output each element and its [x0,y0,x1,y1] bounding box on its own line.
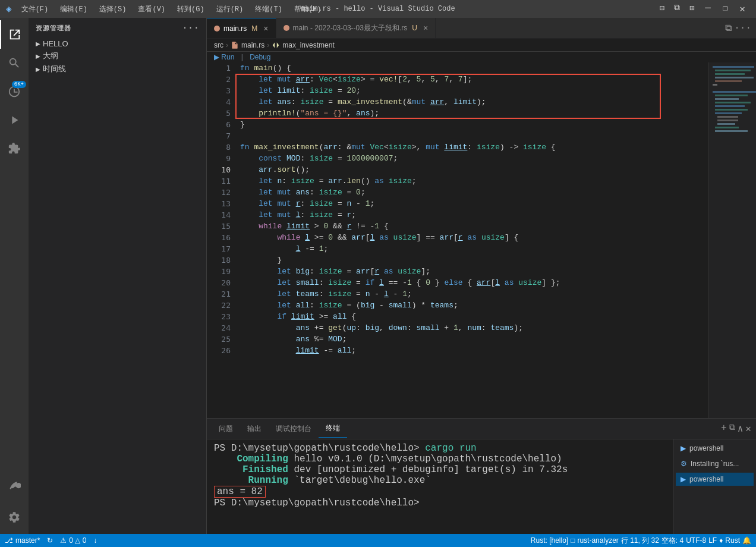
layout-icon[interactable]: ⊟ [656,2,667,16]
status-language[interactable]: Rust [725,536,740,545]
code-line-19[interactable]: let big: isize = arr[r as usize]; [240,266,708,277]
code-line-1[interactable]: fn main() { [240,62,708,74]
tree-item-outline[interactable]: ▶ 大纲 [29,49,206,62]
activity-run[interactable] [0,106,29,134]
panel-right-powershell-2[interactable]: ▶ powershell [676,473,754,486]
panel-tab-terminal[interactable]: 终端 [319,420,347,438]
tree-label-outline: 大纲 [43,51,58,61]
code-line-24[interactable]: ans += get(up: big, down: small + 1, num… [240,322,708,334]
more-actions-icon[interactable]: ··· [734,23,751,33]
split-editor-icon[interactable]: ⧉ [725,23,732,34]
status-errors[interactable]: ⚠ 0 △ 0 [60,536,86,545]
debug-link[interactable]: Debug [250,53,270,61]
activity-settings[interactable] [0,503,29,532]
sidebar-toggle-icon[interactable]: ⊞ [686,2,698,16]
code-line-16[interactable]: while l >= 0 && arr[l as usize] == arr[r… [240,232,708,243]
code-line-7[interactable] [240,130,708,142]
language-icon: ♦ [719,536,723,545]
code-line-23[interactable]: if limit >= all { [240,311,708,322]
code-line-6[interactable]: } [240,119,708,130]
tab-max-subarray[interactable]: main - 2022-03-03--03最大子段和.rs U × [276,18,436,38]
panel-right-powershell-1[interactable]: ▶ powershell [676,442,754,455]
code-line-9[interactable]: const MOD: isize = 1000000007; [240,153,708,164]
tree-item-timeline[interactable]: ▶ 时间线 [29,62,206,76]
code-line-14[interactable]: let mut l: isize = r; [240,209,708,221]
svg-rect-11 [715,102,751,103]
code-line-25[interactable]: ans %= MOD; [240,334,708,345]
status-remote[interactable]: ↓ [93,536,97,545]
status-notifications[interactable]: □ [571,536,575,545]
new-terminal-icon[interactable]: + [721,423,727,435]
terminal-line-2: Compiling hello v0.1.0 (D:\mysetup\gopat… [214,454,666,464]
menu-select[interactable]: 选择(S) [94,3,131,15]
breadcrumb-file[interactable]: main.rs [241,41,264,49]
status-sync[interactable]: ↻ [47,536,53,545]
tree-item-hello[interactable]: ▶ HELLO [29,38,206,49]
code-line-11[interactable]: let n: isize = arr.len() as isize; [240,175,708,187]
code-line-10[interactable]: arr.sort(); [240,164,708,175]
activity-search[interactable] [0,49,29,77]
breadcrumb-src[interactable]: src [214,41,223,49]
menu-file[interactable]: 文件(F) [17,3,53,15]
menu-view[interactable]: 查看(V) [133,3,170,15]
status-encoding[interactable]: UTF-8 [686,536,706,545]
activity-remote[interactable] [0,470,29,498]
panel-up-icon[interactable]: ∧ [738,423,744,435]
code-line-12[interactable]: let mut ans: isize = 0; [240,187,708,198]
close-button[interactable]: ✕ [735,2,750,16]
panel-close-icon[interactable]: ✕ [745,423,751,435]
tab-main-rs[interactable]: main.rs M × [207,18,276,38]
status-bell[interactable]: 🔔 [742,536,751,545]
line-num-26: 26 [207,345,231,356]
status-branch[interactable]: ⎇ master* [5,536,40,545]
activity-extensions[interactable] [0,134,29,163]
menu-edit[interactable]: 编辑(E) [55,3,92,15]
breadcrumb-fn[interactable]: max_investment [282,41,334,49]
code-line-15[interactable]: while limit > 0 && r != -1 { [240,221,708,232]
minimize-button[interactable]: ─ [700,2,716,16]
code-line-8[interactable]: fn max_investment(arr: &mut Vec<isize>, … [240,142,708,153]
code-line-22[interactable]: let all: isize = (big - small) * teams; [240,300,708,311]
code-content[interactable]: fn main() { let mut arr: Vec<isize> = ve… [235,62,708,418]
status-eol[interactable]: LF [708,536,717,545]
status-rust-project[interactable]: Rust: [hello] [531,536,568,545]
panel-tab-problems[interactable]: 问题 [212,420,240,438]
menu-goto[interactable]: 转到(G) [172,3,209,15]
terminal-prompt-2: PS D:\mysetup\gopath\rustcode\hello> [214,498,420,508]
line-numbers: 1 2 3 4 5 6 7 8 9 10 11 12 13 14 15 16 1 [207,62,235,418]
status-indent[interactable]: 空格: 4 [662,536,683,546]
breadcrumb-file-icon [231,41,239,49]
titlebar-left: ◈ 文件(F) 编辑(E) 选择(S) 查看(V) 转到(G) 运行(R) 终端… [6,3,326,15]
code-line-4[interactable]: let ans: isize = max_investment(&mut arr… [240,96,708,108]
activity-git[interactable]: 6K+ [0,77,29,106]
tab-close-max-subarray[interactable]: × [423,23,428,33]
status-language-icon[interactable]: ♦ [719,536,723,545]
code-line-17[interactable]: l -= 1; [240,243,708,254]
code-line-13[interactable]: let mut r: isize = n - 1; [240,198,708,209]
terminal-content[interactable]: PS D:\mysetup\gopath\rustcode\hello> car… [207,439,673,534]
code-line-20[interactable]: let small: isize = if l == -1 { 0 } else… [240,277,708,288]
svg-rect-3 [715,70,751,71]
panel-tab-debug[interactable]: 调试控制台 [269,420,319,438]
panel-tab-output[interactable]: 输出 [240,420,269,438]
code-line-21[interactable]: let teams: isize = n - l - 1; [240,288,708,300]
menu-run[interactable]: 运行(R) [212,3,248,15]
line-num-25: 25 [207,334,231,345]
tab-close-main-rs[interactable]: × [263,24,268,33]
menu-terminal[interactable]: 终端(T) [250,3,287,15]
code-line-2[interactable]: let mut arr: Vec<isize> = vec![2, 5, 5, … [240,74,708,85]
line-num-19: 19 [207,266,231,277]
split-terminal-icon[interactable]: ⧉ [729,423,735,435]
activity-explorer[interactable] [0,20,29,49]
sidebar-more-button[interactable]: ··· [182,23,199,33]
code-line-26[interactable]: limit -= all; [240,345,708,356]
panel-right-installing[interactable]: ⚙ Installing `rus... [676,457,754,470]
status-cursor[interactable]: 行 11, 列 32 [621,536,659,546]
code-line-5[interactable]: println!("ans = {}", ans); [240,108,708,119]
run-link[interactable]: ▶ Run [214,53,234,61]
status-rust-analyzer[interactable]: rust-analyzer [577,536,618,545]
maximize-button[interactable]: ❐ [718,2,732,16]
code-line-3[interactable]: let limit: isize = 20; [240,85,708,96]
panels-icon[interactable]: ⧉ [670,2,683,16]
code-line-18[interactable]: } [240,254,708,266]
